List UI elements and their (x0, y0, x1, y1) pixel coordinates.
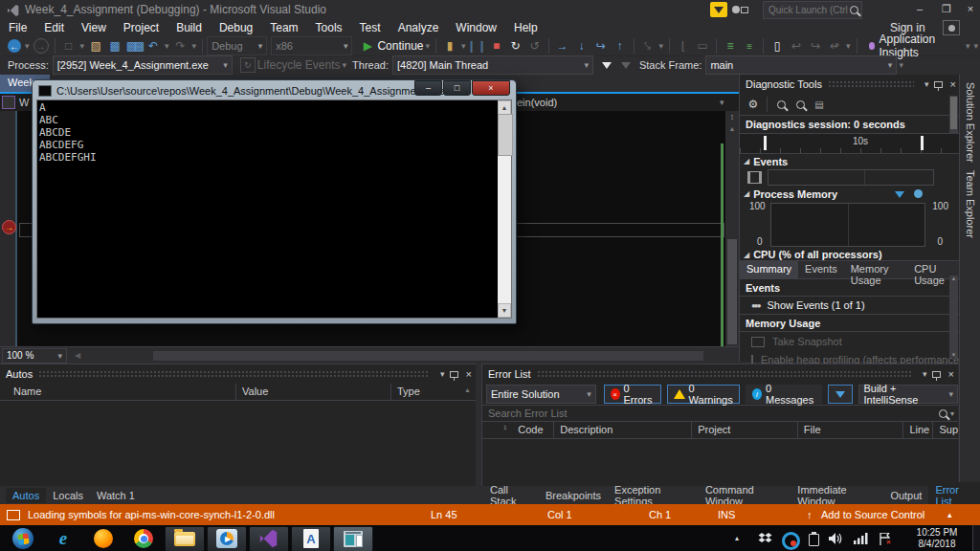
tab-autos[interactable]: Autos (6, 488, 46, 503)
pin-icon[interactable] (934, 81, 943, 88)
clock[interactable]: 10:25 PM 8/4/2018 (907, 527, 967, 550)
hscroll-left-icon[interactable]: ◀ (75, 351, 80, 360)
document-app-button[interactable]: A (291, 526, 331, 551)
next-bookmark-icon[interactable]: ↪ (808, 38, 823, 54)
memory-section-header[interactable]: ◢ Process Memory (740, 187, 960, 201)
flag-threads-icon[interactable] (618, 57, 634, 73)
error-search-box[interactable]: ▾ (482, 405, 958, 422)
timeline[interactable]: 10s (740, 134, 960, 154)
zoom-out-icon[interactable] (792, 97, 808, 112)
continue-dropdown-icon[interactable]: ▾ (426, 41, 431, 51)
save-icon[interactable]: ▩ (107, 38, 122, 54)
undo-dropdown-icon[interactable]: ▾ (165, 41, 169, 51)
console-output-area[interactable]: A ABC ABCDE ABCDEFG ABCDEFGHI ▲ ▼ (36, 99, 512, 319)
function-dropdown[interactable]: ein(void) (517, 97, 557, 108)
reset-view-icon[interactable]: ▤ (812, 97, 827, 112)
restore-button[interactable]: ❐ (933, 0, 960, 17)
project-dropdown-fragment[interactable]: W (19, 97, 29, 108)
window-position-icon[interactable]: ▾ (923, 369, 927, 379)
visual-studio-button[interactable] (249, 526, 289, 551)
events-section-header[interactable]: ◢ Events (740, 154, 960, 168)
console-minimize-button[interactable]: – (414, 80, 442, 96)
indent-list-icon[interactable]: ≡ (742, 38, 757, 54)
column-project[interactable]: Project (691, 422, 797, 438)
column-value[interactable]: Value (235, 384, 390, 400)
navbar-chevron-icon[interactable]: ▾ (720, 98, 724, 107)
close-panel-icon[interactable]: × (466, 368, 472, 380)
menu-help[interactable]: Help (505, 19, 546, 36)
media-player-button[interactable]: ▶ (207, 526, 247, 551)
scroll-up-icon[interactable]: ▲ (498, 100, 511, 115)
action-center-flag-icon[interactable]: × (879, 533, 894, 545)
new-dropdown-icon[interactable]: ▾ (80, 41, 85, 51)
line-list-icon[interactable]: ≡ (723, 38, 738, 54)
notification-app-icon[interactable] (782, 532, 800, 550)
restart-icon[interactable]: ↻ (508, 38, 523, 54)
menu-project[interactable]: Project (115, 19, 167, 36)
prev-bookmark-icon[interactable]: ↩ (789, 38, 804, 54)
pause-icon[interactable]: ❙❙ (470, 38, 485, 54)
close-panel-icon[interactable]: × (948, 368, 954, 380)
tab-watch1[interactable]: Watch 1 (90, 488, 142, 503)
show-desktop-button[interactable] (972, 525, 980, 551)
source-combo[interactable]: Build + IntelliSense▾ (858, 385, 958, 404)
console-maximize-button[interactable]: □ (443, 80, 471, 96)
stop-icon[interactable]: ■ (489, 38, 504, 54)
send-feedback-button[interactable] (731, 2, 748, 17)
settings-gear-icon[interactable]: ⚙ (746, 97, 761, 112)
column-file[interactable]: File (797, 422, 903, 438)
feedback-filter-button[interactable] (710, 2, 727, 17)
errors-toggle-button[interactable]: × 0 Errors (604, 385, 661, 404)
run-to-icon[interactable]: → (555, 38, 570, 54)
scroll-down-icon[interactable]: ▼ (498, 303, 511, 318)
tray-expand-icon[interactable]: ▴ (735, 534, 739, 542)
splitter-handle-icon[interactable]: ↕ (725, 111, 739, 122)
warnings-toggle-button[interactable]: 0 Warnings (667, 385, 740, 404)
navigate-forward-icon[interactable]: → (33, 38, 49, 54)
menu-file[interactable]: File (0, 19, 35, 36)
zoom-in-icon[interactable] (773, 97, 789, 112)
continue-button[interactable]: Continue (377, 39, 423, 53)
column-name[interactable]: Name (0, 384, 235, 400)
platform-combo[interactable]: x86▾ (271, 36, 352, 55)
bookmark-icon[interactable]: ▯ (769, 38, 785, 54)
scroll-up-icon[interactable]: ▲ (949, 276, 958, 281)
comment-icon[interactable]: ▭ (695, 38, 710, 54)
running-console-app-button[interactable] (333, 526, 373, 551)
scope-combo[interactable]: Entire Solution▾ (486, 385, 596, 404)
file-explorer-button[interactable] (165, 526, 205, 551)
menu-analyze[interactable]: Analyze (390, 19, 448, 36)
menu-test[interactable]: Test (351, 19, 390, 36)
scrollbar-thumb[interactable] (727, 239, 737, 344)
show-next-statement-icon[interactable]: ↺ (527, 38, 543, 54)
battery-icon[interactable] (809, 534, 819, 546)
console-scrollbar[interactable]: ▲ ▼ (498, 100, 511, 318)
zoom-level-combo[interactable]: 100 %▾ (2, 348, 67, 364)
column-description[interactable]: Description (553, 422, 691, 438)
internet-explorer-button[interactable]: e (44, 527, 82, 551)
pin-icon[interactable] (932, 371, 941, 378)
chrome-button[interactable] (124, 527, 163, 551)
close-button[interactable]: × (957, 0, 980, 17)
navigate-back-icon[interactable]: ← (8, 39, 21, 53)
tab-summary[interactable]: Summary (740, 261, 798, 278)
editor-vertical-scrollbar[interactable]: ↕ ▲ (725, 111, 739, 346)
navigate-cursor-icon[interactable]: ⌊ (676, 38, 691, 54)
sort-icon[interactable]: ¹ (503, 422, 514, 438)
start-button[interactable] (4, 527, 42, 551)
scroll-up-icon[interactable]: ▲ (725, 122, 739, 134)
undo-icon[interactable]: ↶ (145, 38, 161, 54)
add-to-source-control-button[interactable]: Add to Source Control (821, 509, 924, 520)
column-suppression[interactable]: Sup (932, 422, 958, 438)
save-all-icon[interactable]: ▩▩ (126, 38, 142, 54)
menu-edit[interactable]: Edit (35, 19, 73, 36)
redo-icon[interactable]: ↷ (173, 38, 189, 54)
configuration-combo[interactable]: Debug▾ (207, 36, 267, 55)
search-options-icon[interactable]: ▾ (950, 409, 954, 418)
back-dropdown-icon[interactable]: ▾ (25, 41, 30, 51)
tab-solution-explorer[interactable]: Solution Explorer (965, 82, 976, 163)
clear-bookmarks-icon[interactable]: ↫ (827, 38, 842, 54)
debug-option-icon[interactable]: ⤥ (640, 38, 656, 54)
scroll-down-icon[interactable]: ▼ (949, 352, 958, 358)
tab-memory-usage[interactable]: Memory Usage (844, 261, 907, 278)
